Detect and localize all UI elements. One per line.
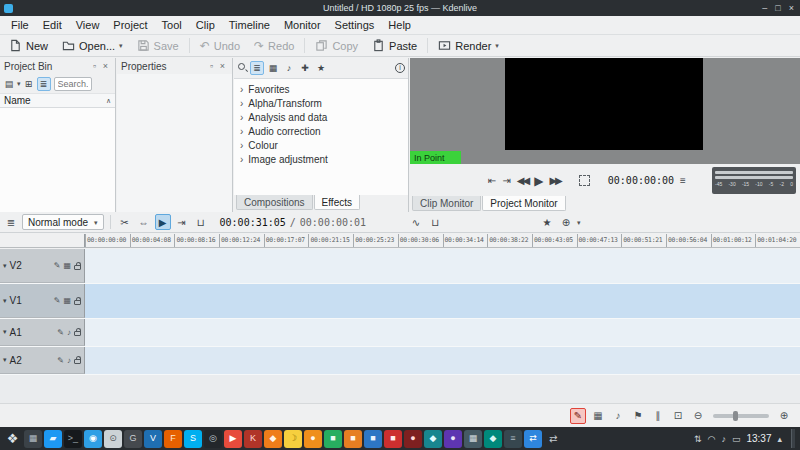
custom-effects-button[interactable]: ✚ <box>298 61 312 75</box>
tab-compositions[interactable]: Compositions <box>236 195 313 210</box>
razor-tool-icon[interactable]: ✂ <box>117 214 133 230</box>
wifi-icon[interactable]: ◠ <box>708 434 716 444</box>
target-track-icon[interactable]: ⊕ <box>558 214 574 230</box>
taskbar-app-icon[interactable]: ⇄ <box>524 430 542 448</box>
taskbar-app-icon[interactable]: G <box>124 430 142 448</box>
close-panel-icon[interactable]: × <box>100 61 111 71</box>
zoom-slider[interactable] <box>713 414 769 418</box>
sort-ascending-icon[interactable]: ∧ <box>106 97 111 104</box>
taskbar-app-icon[interactable]: ■ <box>344 430 362 448</box>
close-button[interactable]: × <box>789 3 794 13</box>
open-button[interactable]: Open...▾ <box>55 36 130 56</box>
play-icon[interactable]: ▶ <box>534 174 543 188</box>
snap-icon[interactable]: ∥ <box>650 408 666 424</box>
expand-chevron-icon[interactable] <box>240 154 243 165</box>
track-lane-a1[interactable] <box>85 319 800 346</box>
copy-button[interactable]: Copy <box>308 36 365 56</box>
taskbar-app-icon[interactable]: ◉ <box>84 430 102 448</box>
zoom-in-icon[interactable]: ⊕ <box>776 408 792 424</box>
zoom-out-icon[interactable]: ⊖ <box>690 408 706 424</box>
maximize-button[interactable]: □ <box>775 3 780 13</box>
taskbar-app-icon[interactable]: ☽ <box>284 430 302 448</box>
track-effects-icon[interactable]: ✎ <box>57 356 64 365</box>
effect-category-row[interactable]: Alpha/Transform <box>234 96 408 110</box>
taskbar-app-icon[interactable]: ◆ <box>484 430 502 448</box>
menubar-item[interactable]: View <box>69 18 107 32</box>
taskbar-app-icon[interactable]: ⊙ <box>104 430 122 448</box>
collapse-chevron-icon[interactable]: ▾ <box>3 297 7 305</box>
lock-icon[interactable] <box>74 359 81 364</box>
redo-button[interactable]: ↷Redo <box>247 36 301 56</box>
menubar-item[interactable]: Tool <box>155 18 189 32</box>
taskbar-app-icon[interactable]: ◆ <box>424 430 442 448</box>
detach-panel-icon[interactable]: ▫ <box>206 61 217 71</box>
spacer-tool-icon[interactable]: ⇔ <box>136 214 152 230</box>
network-tray-icon[interactable]: ⇄ <box>549 433 557 444</box>
bin-clip-list[interactable] <box>0 108 115 212</box>
video-thumbnails-icon[interactable]: ▦ <box>590 408 606 424</box>
rewind-icon[interactable]: ◀◀ <box>517 175 528 186</box>
menubar-item[interactable]: Settings <box>328 18 382 32</box>
track-effects-icon[interactable]: ✎ <box>54 261 61 270</box>
zone-mode-icon[interactable] <box>579 175 590 186</box>
taskbar-app-icon[interactable]: ▰ <box>44 430 62 448</box>
taskbar-app-icon[interactable]: ≡ <box>504 430 522 448</box>
taskbar-app-icon[interactable]: ● <box>404 430 422 448</box>
taskbar-app-icon[interactable]: S <box>184 430 202 448</box>
edit-mode-warning-icon[interactable]: ✎ <box>570 408 586 424</box>
timeline-settings-icon[interactable]: ≣ <box>3 214 19 230</box>
expand-chevron-icon[interactable] <box>240 84 243 95</box>
audio-effects-button[interactable]: ♪ <box>282 61 296 75</box>
track-lane-v2[interactable] <box>85 249 800 283</box>
taskbar-app-icon[interactable]: ◆ <box>264 430 282 448</box>
minimize-button[interactable]: – <box>762 3 767 13</box>
effect-category-row[interactable]: Audio correction <box>234 124 408 138</box>
favorite-effects-button[interactable]: ★ <box>314 61 328 75</box>
go-to-in-icon[interactable]: ⇤ <box>488 175 496 186</box>
app-launcher-icon[interactable]: ❖ <box>3 429 22 448</box>
save-button[interactable]: Save <box>130 36 186 56</box>
taskbar-app-icon[interactable]: ▶ <box>224 430 242 448</box>
tab-effects[interactable]: Effects <box>314 195 360 210</box>
taskbar-app-icon[interactable]: ▦ <box>464 430 482 448</box>
taskbar-app-icon[interactable]: ■ <box>324 430 342 448</box>
taskbar-clock[interactable]: 13:37 <box>746 433 771 444</box>
monitor-timecode[interactable]: 00:00:00:00 <box>608 175 674 186</box>
video-track-icon[interactable]: ▦ <box>63 261 71 270</box>
create-folder-button[interactable]: ⊞ <box>22 77 36 91</box>
zoom-fit-icon[interactable]: ⊡ <box>670 408 686 424</box>
menubar-item[interactable]: Monitor <box>277 18 328 32</box>
render-button[interactable]: Render▾ <box>431 36 506 56</box>
taskbar-app-icon[interactable]: F <box>164 430 182 448</box>
video-track-icon[interactable]: ▦ <box>63 296 71 305</box>
monitor-video-area[interactable]: In Point <box>410 58 800 164</box>
tab-clip-monitor[interactable]: Clip Monitor <box>412 196 481 211</box>
tab-project-monitor[interactable]: Project Monitor <box>482 196 565 211</box>
video-effects-button[interactable]: ▦ <box>266 61 280 75</box>
expand-chevron-icon[interactable] <box>240 126 243 137</box>
tray-expand-icon[interactable]: ▴ <box>777 434 782 444</box>
audio-thumbnails-icon[interactable]: ♪ <box>610 408 626 424</box>
zoom-slider-handle[interactable] <box>733 411 738 421</box>
effect-category-row[interactable]: Analysis and data <box>234 110 408 124</box>
overwrite-zone-icon[interactable]: ⊔ <box>193 214 209 230</box>
add-clip-caret-icon[interactable]: ▾ <box>17 80 21 87</box>
menubar-item[interactable]: Help <box>381 18 418 32</box>
effect-category-row[interactable]: Favorites <box>234 82 408 96</box>
track-header-v2[interactable]: ▾ V2 ✎ ▦ <box>0 249 85 283</box>
fast-forward-icon[interactable]: ▶▶ <box>549 175 560 186</box>
updown-arrows-icon[interactable]: ⇅ <box>694 434 702 444</box>
collapse-chevron-icon[interactable]: ▾ <box>3 262 7 270</box>
undo-button[interactable]: ↶Undo <box>193 36 247 56</box>
track-header-a2[interactable]: ▾ A2 ✎ ♪ <box>0 347 85 374</box>
taskbar-app-icon[interactable]: K <box>244 430 262 448</box>
volume-icon[interactable]: ♪ <box>721 434 726 444</box>
expand-chevron-icon[interactable] <box>240 112 243 123</box>
taskbar-app-icon[interactable]: ▦ <box>24 430 42 448</box>
track-effects-icon[interactable]: ✎ <box>54 296 61 305</box>
collapse-chevron-icon[interactable]: ▾ <box>3 356 7 364</box>
markers-icon[interactable]: ⚑ <box>630 408 646 424</box>
show-desktop-button[interactable] <box>791 429 795 448</box>
info-icon[interactable]: i <box>395 63 405 73</box>
menubar-item[interactable]: Timeline <box>222 18 277 32</box>
